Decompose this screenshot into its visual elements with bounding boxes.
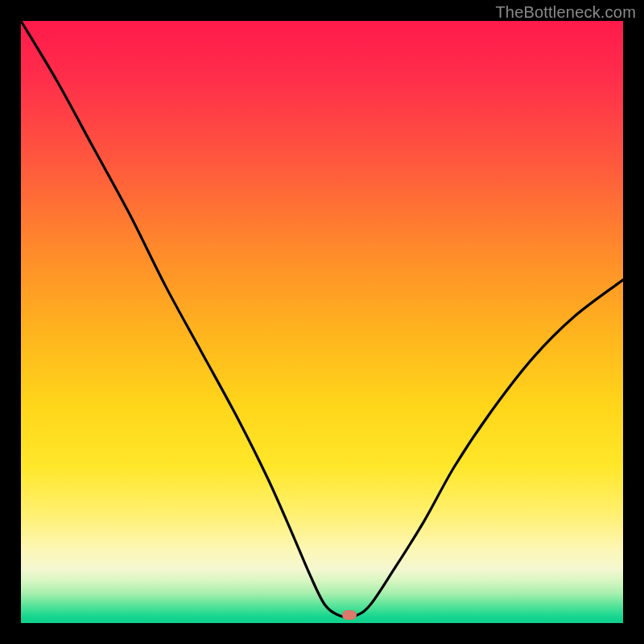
curve-path [21,21,623,617]
optimal-marker [342,610,357,620]
plot-area [21,21,623,623]
chart-frame: TheBottleneck.com [0,0,644,644]
watermark-text: TheBottleneck.com [495,3,636,22]
bottleneck-curve [21,21,623,623]
